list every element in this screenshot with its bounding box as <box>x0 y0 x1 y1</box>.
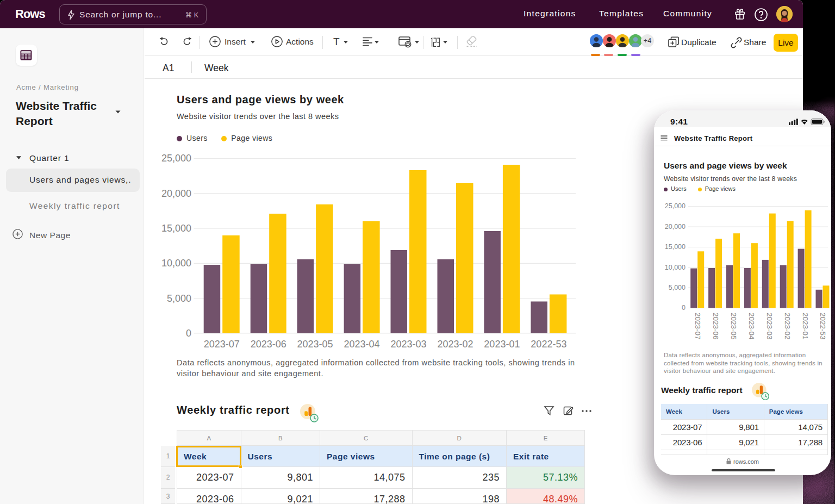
svg-text:10,000: 10,000 <box>161 258 191 269</box>
svg-text:2022-53: 2022-53 <box>531 339 566 350</box>
svg-text:2023-03: 2023-03 <box>765 313 774 340</box>
svg-text:0: 0 <box>682 304 686 312</box>
svg-text:2023-02: 2023-02 <box>437 339 473 350</box>
svg-text:2023-04: 2023-04 <box>747 313 756 340</box>
svg-text:15,000: 15,000 <box>161 223 191 234</box>
svg-text:25,000: 25,000 <box>161 153 191 164</box>
svg-text:25,000: 25,000 <box>665 202 686 210</box>
svg-text:20,000: 20,000 <box>665 223 686 231</box>
svg-text:2023-01: 2023-01 <box>484 339 520 350</box>
svg-text:2023-04: 2023-04 <box>344 339 380 350</box>
svg-text:2023-02: 2023-02 <box>783 313 792 340</box>
svg-text:2023-05: 2023-05 <box>730 313 738 340</box>
svg-text:20,000: 20,000 <box>161 188 191 199</box>
svg-text:2023-06: 2023-06 <box>712 313 720 340</box>
svg-text:2023-07: 2023-07 <box>694 313 702 340</box>
svg-text:5,000: 5,000 <box>167 293 191 304</box>
svg-text:2022-53: 2022-53 <box>819 313 827 340</box>
svg-text:0: 0 <box>186 328 191 339</box>
svg-text:2023-07: 2023-07 <box>204 339 240 350</box>
svg-text:2023-06: 2023-06 <box>251 339 286 350</box>
svg-text:2023-01: 2023-01 <box>801 313 809 340</box>
svg-text:2023-03: 2023-03 <box>390 339 426 350</box>
svg-text:5,000: 5,000 <box>669 284 686 291</box>
svg-text:10,000: 10,000 <box>665 264 686 271</box>
svg-text:2023-05: 2023-05 <box>297 339 333 350</box>
svg-text:15,000: 15,000 <box>665 243 686 251</box>
